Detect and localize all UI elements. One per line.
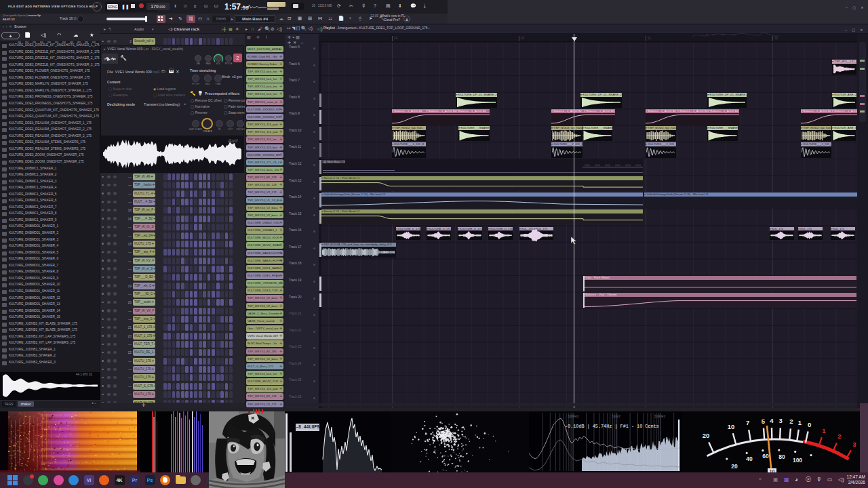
svg-text:5: 5: [762, 418, 766, 425]
svg-text:40: 40: [746, 455, 753, 462]
svg-text:80: 80: [778, 453, 785, 460]
svg-text:20: 20: [731, 463, 738, 470]
svg-text:1kHz: 1kHz: [612, 414, 620, 419]
svg-text:4: 4: [770, 417, 774, 424]
svg-text:3: 3: [852, 441, 856, 448]
svg-text:10kHz: 10kHz: [654, 414, 666, 419]
svg-text:7: 7: [746, 419, 749, 426]
svg-text:1: 1: [822, 427, 826, 434]
svg-text:100: 100: [793, 457, 802, 464]
svg-text:100Hz: 100Hz: [568, 414, 579, 419]
svg-text:-0.10dB | 45.74Hz | F#1 - 10 C: -0.10dB | 45.74Hz | F#1 - 10 Cents: [565, 424, 659, 429]
svg-text:10: 10: [728, 423, 735, 430]
svg-text:0: 0: [808, 421, 811, 428]
svg-text:20: 20: [703, 432, 710, 439]
svg-text:2: 2: [789, 418, 793, 425]
svg-text:1: 1: [798, 419, 802, 426]
svg-text:3: 3: [779, 417, 783, 424]
svg-text:2: 2: [837, 432, 841, 440]
svg-text:60: 60: [762, 453, 769, 460]
